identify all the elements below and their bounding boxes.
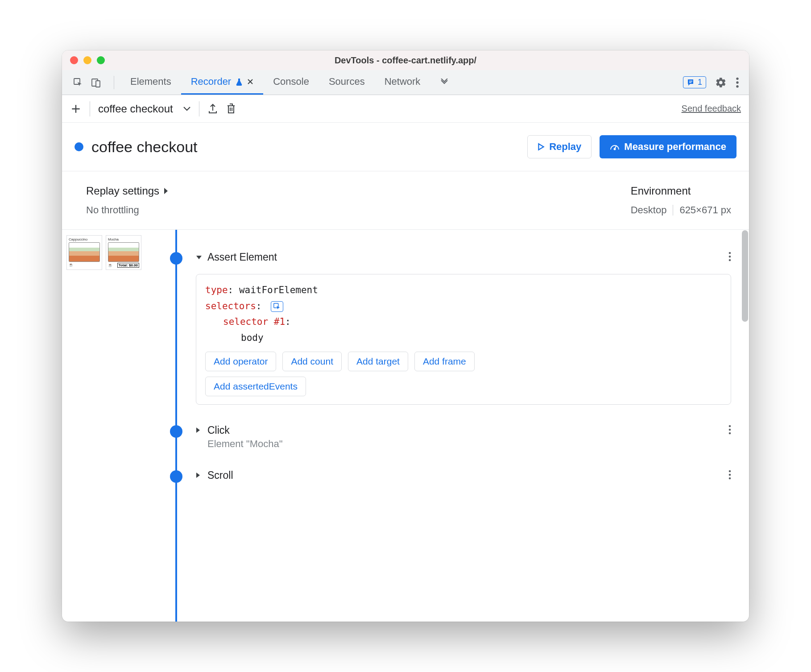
issues-count: 1 [698, 78, 702, 87]
step-dot [170, 470, 182, 483]
tab-label: Network [385, 76, 421, 87]
svg-point-15 [729, 432, 731, 434]
environment-device: Desktop [631, 204, 667, 216]
step-header[interactable]: Click [196, 424, 731, 436]
caret-right-icon [196, 427, 203, 433]
add-count-button[interactable]: Add count [282, 352, 342, 371]
step-subtitle: Element "Mocha" [207, 438, 731, 450]
recording-status-dot [74, 142, 83, 151]
svg-point-14 [729, 428, 731, 431]
tab-network[interactable]: Network [375, 70, 430, 95]
throttling-value: No throttling [86, 204, 168, 216]
gauge-icon [610, 142, 620, 151]
add-operator-button[interactable]: Add operator [205, 352, 276, 371]
tab-recorder[interactable]: Recorder [181, 70, 263, 95]
recording-name: coffee checkout [98, 103, 173, 115]
measure-performance-button[interactable]: Measure performance [600, 135, 737, 158]
tab-label: Sources [329, 76, 365, 87]
window-title: DevTools - coffee-cart.netlify.app/ [62, 55, 749, 66]
more-tabs-button[interactable] [430, 70, 459, 95]
svg-point-10 [729, 256, 731, 258]
tab-sources[interactable]: Sources [319, 70, 375, 95]
svg-point-7 [736, 85, 738, 87]
new-recording-icon[interactable] [70, 103, 82, 115]
step-body: type: waitForElement selectors: selector… [196, 274, 731, 405]
step-more-icon[interactable] [728, 424, 731, 435]
measure-label: Measure performance [624, 141, 726, 153]
environment-label: Environment [631, 185, 691, 197]
close-window-button[interactable] [70, 56, 78, 64]
recorder-content: Cappuccino ☕ Mocha ☕Total: $0.00 [62, 230, 749, 622]
screenshot-thumbnails: Cappuccino ☕ Mocha ☕Total: $0.00 [62, 230, 156, 622]
svg-rect-4 [689, 82, 691, 83]
svg-point-18 [729, 477, 731, 479]
recording-selector[interactable]: coffee checkout [98, 103, 191, 115]
step-title: Assert Element [207, 251, 277, 263]
recording-header: coffee checkout Replay Measure performan… [62, 123, 749, 171]
step-header[interactable]: Scroll [196, 469, 731, 481]
recorder-toolbar: coffee checkout Send feedback [62, 95, 749, 123]
json-val-selector-body: body [241, 332, 264, 343]
delete-icon[interactable] [226, 103, 236, 115]
json-key-selectors: selectors [205, 301, 256, 311]
screenshot-thumbnail[interactable]: Mocha ☕Total: $0.00 [106, 235, 141, 270]
inspect-element-icon[interactable] [73, 77, 83, 88]
svg-point-5 [736, 77, 738, 79]
scrollbar[interactable] [742, 230, 748, 322]
step-more-icon[interactable] [728, 469, 731, 480]
step-header[interactable]: Assert Element [196, 251, 731, 263]
add-target-button[interactable]: Add target [348, 352, 408, 371]
recording-title: coffee checkout [91, 138, 198, 156]
svg-point-16 [729, 470, 731, 472]
step-assert-element: Assert Element type: waitForElement sele… [166, 251, 731, 405]
tab-label: Elements [130, 76, 171, 87]
replay-settings-toggle[interactable]: Replay settings [86, 185, 168, 197]
json-val-type: waitForElement [239, 285, 318, 295]
svg-point-11 [729, 259, 731, 261]
step-title: Click [207, 424, 230, 436]
play-icon [538, 143, 545, 151]
svg-point-8 [614, 149, 616, 150]
step-click: Click Element "Mocha" [166, 424, 731, 450]
json-key-selector-num: selector #1 [223, 316, 285, 327]
traffic-lights [70, 56, 105, 64]
add-asserted-events-button[interactable]: Add assertedEvents [205, 377, 306, 396]
close-tab-icon[interactable] [247, 79, 253, 85]
svg-point-9 [729, 252, 731, 254]
step-scroll: Scroll [166, 469, 731, 481]
step-dot [170, 425, 182, 438]
replay-button[interactable]: Replay [527, 135, 592, 158]
screenshot-thumbnail[interactable]: Cappuccino ☕ [66, 235, 102, 270]
svg-point-13 [729, 425, 731, 427]
devtools-tabbar: Elements Recorder Console Sources Networ… [62, 70, 749, 95]
more-menu-icon[interactable] [736, 77, 739, 88]
minimize-window-button[interactable] [83, 56, 91, 64]
tab-label: Console [273, 76, 309, 87]
tab-label: Recorder [191, 76, 231, 87]
flask-icon [236, 78, 243, 86]
issues-badge[interactable]: 1 [683, 76, 706, 88]
svg-rect-2 [96, 81, 100, 87]
step-dot [170, 252, 182, 265]
step-more-icon[interactable] [728, 251, 731, 262]
tab-elements[interactable]: Elements [120, 70, 181, 95]
element-picker-icon[interactable] [271, 301, 283, 312]
devtools-window: DevTools - coffee-cart.netlify.app/ Elem… [62, 50, 749, 622]
add-frame-button[interactable]: Add frame [414, 352, 475, 371]
svg-rect-3 [689, 81, 692, 82]
tab-console[interactable]: Console [263, 70, 319, 95]
caret-down-icon [196, 255, 203, 260]
svg-point-6 [736, 81, 738, 83]
send-feedback-link[interactable]: Send feedback [682, 104, 741, 114]
device-toggle-icon[interactable] [91, 77, 101, 88]
settings-row: Replay settings No throttling Environmen… [62, 171, 749, 230]
environment-viewport: 625×671 px [679, 204, 731, 216]
step-title: Scroll [207, 469, 233, 481]
maximize-window-button[interactable] [97, 56, 105, 64]
settings-gear-icon[interactable] [715, 77, 727, 88]
caret-right-icon [196, 472, 203, 478]
json-key-type: type [205, 285, 228, 295]
titlebar: DevTools - coffee-cart.netlify.app/ [62, 50, 749, 70]
chevron-down-icon [183, 106, 191, 112]
export-icon[interactable] [207, 103, 218, 115]
